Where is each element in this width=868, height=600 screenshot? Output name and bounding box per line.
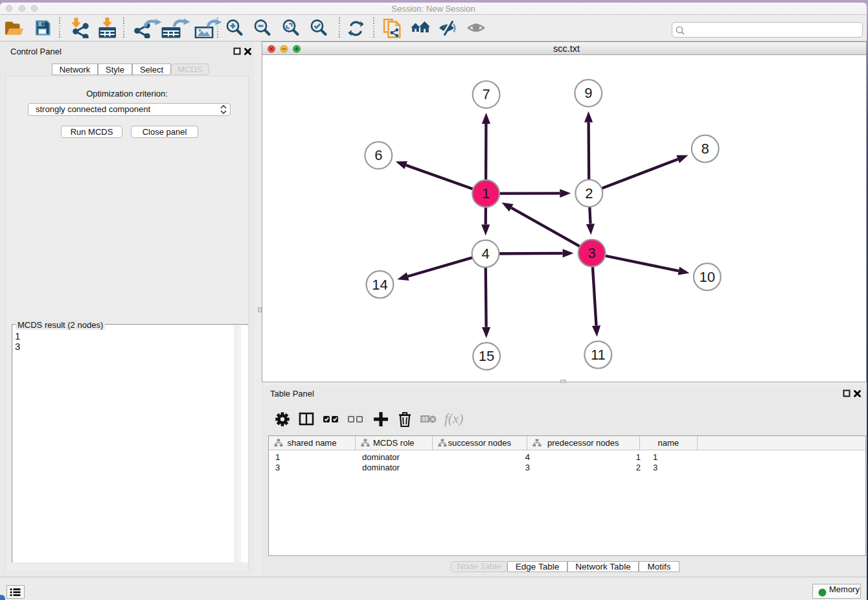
svg-text:7: 7 xyxy=(482,86,490,102)
svg-text:6: 6 xyxy=(374,147,382,163)
svg-text:2: 2 xyxy=(585,185,593,202)
svg-text:15: 15 xyxy=(479,348,494,364)
svg-text:11: 11 xyxy=(591,347,606,363)
svg-text:8: 8 xyxy=(701,141,709,157)
svg-text:4: 4 xyxy=(481,246,489,262)
svg-text:10: 10 xyxy=(700,269,715,285)
svg-text:1: 1 xyxy=(482,185,490,202)
svg-text:9: 9 xyxy=(584,85,592,101)
svg-text:3: 3 xyxy=(588,245,595,261)
svg-text:14: 14 xyxy=(372,277,387,293)
